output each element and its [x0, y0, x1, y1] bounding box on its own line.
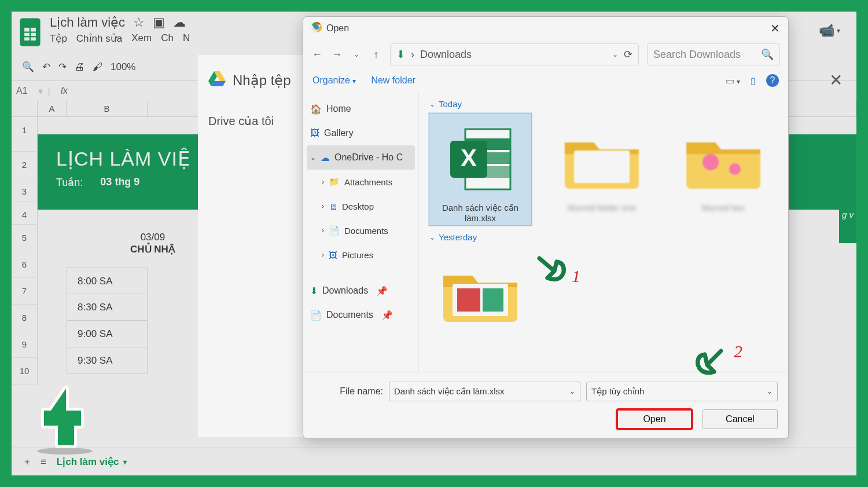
print-icon[interactable]: 🖨	[75, 61, 84, 73]
tree-documents2[interactable]: 📄Documents📌	[307, 303, 415, 327]
calendar-day: CHỦ NHẬ	[130, 243, 175, 255]
tree-home[interactable]: 🏠Home	[307, 97, 415, 121]
menu-view[interactable]: Xem	[131, 32, 152, 45]
download-icon: ⬇	[396, 48, 405, 61]
download-icon: ⬇	[310, 285, 318, 296]
search-icon: 🔍	[761, 48, 774, 61]
annotation-number-1: 1	[572, 266, 580, 286]
time-slot[interactable]: 8:30 SA	[67, 294, 148, 321]
annotation-number-2: 2	[734, 342, 742, 361]
tree-pictures[interactable]: ›🖼Pictures	[307, 243, 415, 267]
svg-point-19	[729, 163, 741, 175]
nav-up-icon[interactable]: ↑	[370, 49, 382, 61]
time-slot[interactable]: 8:00 SA	[67, 268, 148, 294]
row-header[interactable]: 4	[12, 202, 38, 225]
row-header[interactable]: 5	[12, 225, 38, 251]
paint-icon[interactable]: 🖌	[93, 61, 102, 73]
name-box[interactable]: A1	[16, 86, 28, 96]
row-header[interactable]: 7	[12, 278, 38, 305]
svg-rect-21	[457, 288, 480, 312]
move-icon[interactable]: ▣	[153, 15, 165, 30]
file-item[interactable]	[428, 246, 532, 339]
all-sheets-icon[interactable]: ≡	[41, 456, 46, 468]
tree-documents[interactable]: ›📄Documents	[307, 218, 415, 243]
doc-title[interactable]: Lịch làm việc	[50, 15, 125, 30]
undo-icon[interactable]: ↶	[42, 61, 50, 73]
menu-more1[interactable]: Ch	[161, 32, 174, 45]
svg-rect-24	[58, 421, 74, 445]
search-input[interactable]: Search Downloads 🔍	[647, 43, 780, 65]
chrome-icon	[311, 22, 322, 35]
sheets-logo-icon	[17, 15, 43, 50]
file-item[interactable]: blurred two	[671, 112, 775, 226]
tree-attachments[interactable]: ›📁Attachments	[307, 170, 415, 194]
svg-rect-17	[574, 151, 630, 183]
tree-gallery[interactable]: 🖼Gallery	[307, 121, 415, 145]
time-slot[interactable]: 9:30 SA	[67, 347, 148, 374]
new-folder-button[interactable]: New folder	[371, 75, 415, 86]
time-slot[interactable]: 9:00 SA	[67, 321, 148, 347]
breadcrumb-downloads[interactable]: Downloads	[420, 49, 472, 61]
row-header[interactable]: 1	[12, 117, 38, 152]
row-header[interactable]: 8	[12, 305, 38, 331]
filetype-select[interactable]: Tệp tùy chỉnh⌄	[586, 382, 778, 401]
group-yesterday[interactable]: ⌄Yesterday	[429, 232, 779, 242]
row-header[interactable]: 2	[12, 152, 38, 178]
drive-import-panel: Nhập tệp Drive của tôi	[198, 55, 308, 437]
nav-recent-icon[interactable]: ⌄	[351, 50, 362, 58]
onedrive-icon: ☁	[321, 152, 330, 163]
close-panel-icon[interactable]: ✕	[829, 71, 843, 90]
address-bar[interactable]: ⬇ › Downloads ⌄ ⟳	[390, 43, 639, 65]
star-icon[interactable]: ☆	[133, 15, 145, 30]
refresh-icon[interactable]: ⟳	[624, 48, 632, 61]
dialog-close-icon[interactable]: ✕	[770, 21, 780, 35]
document-icon: 📄	[329, 225, 340, 236]
svg-point-18	[703, 154, 719, 170]
menu-more2[interactable]: N	[183, 32, 190, 45]
row-header[interactable]: 6	[12, 251, 38, 278]
zoom-level[interactable]: 100%	[111, 61, 135, 73]
filename-input[interactable]: Danh sách việc cần làm.xlsx⌄	[389, 382, 580, 401]
file-item-selected[interactable]: X Danh sách việc cần làm.xlsx	[428, 112, 532, 226]
row-header[interactable]: 3	[12, 178, 38, 202]
sheet-tabs-bar: + ≡ Lịch làm việc▾	[12, 448, 856, 475]
view-mode-icon[interactable]: ▭ ▾	[726, 75, 740, 86]
svg-point-25	[37, 448, 93, 455]
row-header[interactable]: 9	[12, 331, 38, 358]
banner-week-value: 03 thg 9	[100, 176, 139, 189]
col-header-A[interactable]: A	[38, 101, 67, 117]
svg-rect-22	[483, 288, 503, 312]
nav-back-icon[interactable]: ←	[311, 49, 323, 61]
cloud-icon[interactable]: ☁	[173, 15, 186, 30]
help-icon[interactable]: ?	[766, 74, 779, 87]
sheet-tab-active[interactable]: Lịch làm việc▾	[57, 456, 127, 468]
step-number-badge	[25, 380, 101, 456]
file-open-dialog: Open ✕ ← → ⌄ ↑ ⬇ › Downloads ⌄ ⟳ Search …	[303, 16, 789, 439]
menu-file[interactable]: Tệp	[50, 32, 67, 45]
drive-import-title: Nhập tệp	[233, 72, 291, 89]
file-list: ⌄Today X Danh sách việc cần làm.xlsx blu…	[419, 92, 788, 372]
organize-menu[interactable]: Organize ▾	[312, 75, 356, 86]
side-tab: g v	[839, 185, 856, 243]
file-item[interactable]: blurred folder one	[550, 112, 654, 226]
menu-edit[interactable]: Chỉnh sửa	[76, 32, 122, 45]
group-today[interactable]: ⌄Today	[429, 99, 779, 109]
tree-desktop[interactable]: ›🖥Desktop	[307, 194, 415, 218]
folder-tree: 🏠Home 🖼Gallery ⌄☁OneDrive - Ho C ›📁Attac…	[303, 92, 419, 372]
search-icon[interactable]: 🔍	[22, 61, 34, 73]
cancel-button[interactable]: Cancel	[703, 409, 778, 429]
calendar-date: 03/09	[130, 232, 175, 243]
nav-forward-icon[interactable]: →	[331, 49, 343, 61]
add-sheet-icon[interactable]: +	[24, 456, 30, 468]
drive-my-drive[interactable]: Drive của tôi	[208, 114, 297, 128]
excel-file-icon: X	[434, 116, 527, 203]
open-button[interactable]: Open	[617, 409, 692, 429]
preview-pane-icon[interactable]: ▯	[751, 75, 756, 86]
drive-logo-icon	[208, 71, 226, 90]
meet-camera-button[interactable]: 📹▾	[819, 23, 840, 38]
redo-icon[interactable]: ↷	[58, 61, 67, 73]
home-icon: 🏠	[310, 104, 322, 115]
col-header-B[interactable]: B	[67, 101, 148, 117]
tree-onedrive[interactable]: ⌄☁OneDrive - Ho C	[307, 145, 415, 170]
tree-downloads[interactable]: ⬇Downloads📌	[307, 279, 415, 303]
